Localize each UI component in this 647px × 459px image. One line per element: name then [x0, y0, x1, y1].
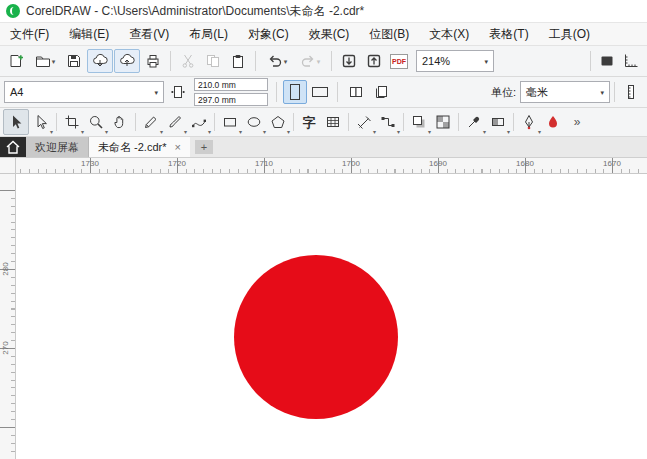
pan-tool[interactable] — [108, 110, 132, 134]
new-document-button[interactable] — [4, 49, 28, 73]
open-button[interactable]: ▾ — [29, 49, 61, 73]
color-eyedropper-tool[interactable]: ▾ — [462, 110, 486, 134]
table-tool[interactable] — [321, 110, 345, 134]
menu-file[interactable]: 文件(F) — [0, 23, 59, 45]
chevron-down-icon: ▾ — [317, 58, 321, 65]
window-title: CorelDRAW - C:\Users\Administrator\Docum… — [26, 3, 364, 20]
more-chevron-icon: » — [574, 115, 581, 129]
toolbar-separator — [337, 82, 338, 102]
b-spline-tool[interactable]: ▾ — [187, 110, 211, 134]
ruler-label: 1720 — [168, 159, 186, 168]
export-button[interactable] — [362, 49, 386, 73]
tab-welcome-label: 欢迎屏幕 — [35, 140, 79, 155]
interactive-fill-tool[interactable]: ▾ — [486, 110, 510, 134]
toolbox-separator — [348, 113, 349, 131]
landscape-icon — [312, 87, 328, 97]
toolbox-separator — [56, 113, 57, 131]
more-tools-button[interactable]: » — [565, 110, 589, 134]
units-select[interactable]: 毫米▾ — [520, 81, 610, 103]
drop-shadow-tool[interactable]: ▾ — [407, 110, 431, 134]
drawing-canvas[interactable] — [16, 174, 647, 459]
zoom-level-select[interactable]: 214%▾ — [416, 50, 494, 72]
fill-color-tool[interactable] — [541, 110, 565, 134]
text-tool[interactable]: 字 — [297, 110, 321, 134]
menu-object[interactable]: 对象(C) — [238, 23, 299, 45]
tab-document[interactable]: 未命名 -2.cdr*× — [89, 137, 190, 157]
standard-toolbar: ▾ ▾ ▾ PDF 214%▾ — [0, 46, 647, 77]
open-from-cloud-button[interactable] — [87, 49, 113, 73]
publish-pdf-button[interactable]: PDF — [387, 49, 411, 73]
undo-button[interactable]: ▾ — [261, 49, 293, 73]
save-to-cloud-button[interactable] — [114, 49, 140, 73]
chevron-down-icon: ▾ — [287, 129, 290, 135]
page-size-value: A4 — [10, 86, 23, 98]
ruler-label: 1690 — [429, 159, 447, 168]
portrait-button[interactable] — [283, 80, 307, 104]
connector-tool[interactable]: ▾ — [376, 110, 400, 134]
menu-table[interactable]: 表格(T) — [479, 23, 538, 45]
page-area — [16, 174, 647, 459]
close-tab-icon[interactable]: × — [174, 142, 180, 153]
polygon-tool[interactable]: ▾ — [266, 110, 290, 134]
nudge-settings-icon[interactable] — [619, 80, 643, 104]
current-page-button[interactable] — [370, 80, 394, 104]
toolbox-separator — [135, 113, 136, 131]
toolbox-separator — [513, 113, 514, 131]
artistic-media-tool[interactable]: ▾ — [163, 110, 187, 134]
freehand-tool[interactable]: ▾ — [139, 110, 163, 134]
all-pages-button[interactable] — [344, 80, 368, 104]
paste-button[interactable] — [226, 49, 250, 73]
menu-bar: 文件(F) 编辑(E) 查看(V) 布局(L) 对象(C) 效果(C) 位图(B… — [0, 23, 647, 46]
chevron-down-icon: ▾ — [208, 129, 211, 135]
crop-tool[interactable]: ▾ — [60, 110, 84, 134]
red-circle-shape[interactable] — [234, 255, 398, 419]
workspace: 280 270 — [0, 174, 647, 459]
landscape-button[interactable] — [309, 81, 331, 103]
toolbox-separator — [458, 113, 459, 131]
menu-layout[interactable]: 布局(L) — [179, 23, 238, 45]
home-tab[interactable] — [0, 137, 26, 157]
outline-pen-tool[interactable]: ▾ — [517, 110, 541, 134]
units-label: 单位: — [491, 85, 516, 100]
tab-welcome-screen[interactable]: 欢迎屏幕 — [26, 137, 89, 157]
coreldraw-logo-icon — [6, 4, 20, 18]
page-height-input[interactable] — [194, 93, 268, 106]
menu-tools[interactable]: 工具(O) — [539, 23, 600, 45]
parallel-dimension-tool[interactable]: ▾ — [352, 110, 376, 134]
ruler-bar: 1730 1720 1710 1700 1690 1680 1670 — [0, 158, 647, 174]
pick-tool[interactable] — [3, 109, 29, 135]
toolbox-separator — [293, 113, 294, 131]
toolbox-separator — [214, 113, 215, 131]
toolbar-separator — [590, 51, 591, 71]
portrait-icon — [290, 84, 300, 100]
ruler-origin-button[interactable] — [0, 158, 16, 173]
save-button[interactable] — [62, 49, 86, 73]
fullscreen-preview-button[interactable] — [595, 49, 619, 73]
transparency-tool[interactable] — [431, 110, 455, 134]
ruler-label: 280 — [1, 260, 11, 278]
show-rulers-button[interactable] — [619, 49, 643, 73]
document-tab-bar: 欢迎屏幕 未命名 -2.cdr*× + — [0, 137, 647, 158]
menu-text[interactable]: 文本(X) — [419, 23, 479, 45]
import-button[interactable] — [337, 49, 361, 73]
page-width-input[interactable] — [194, 78, 268, 91]
ruler-label: 1710 — [255, 159, 273, 168]
ellipse-tool[interactable]: ▾ — [242, 110, 266, 134]
new-tab-button[interactable]: + — [195, 140, 213, 154]
rectangle-tool[interactable]: ▾ — [218, 110, 242, 134]
page-size-select[interactable]: A4▾ — [4, 81, 164, 103]
print-button[interactable] — [141, 49, 165, 73]
units-value: 毫米 — [526, 85, 548, 100]
horizontal-ruler[interactable]: 1730 1720 1710 1700 1690 1680 1670 — [0, 158, 647, 173]
ruler-label: 270 — [1, 339, 11, 357]
zoom-tool[interactable]: ▾ — [84, 110, 108, 134]
menu-bitmaps[interactable]: 位图(B) — [359, 23, 419, 45]
menu-view[interactable]: 查看(V) — [119, 23, 179, 45]
ruler-label: 1680 — [516, 159, 534, 168]
menu-effects[interactable]: 效果(C) — [299, 23, 360, 45]
chevron-down-icon: ▾ — [284, 58, 288, 65]
freehand-pick-tool[interactable]: ▾ — [29, 110, 53, 134]
menu-edit[interactable]: 编辑(E) — [59, 23, 119, 45]
vertical-ruler[interactable]: 280 270 — [0, 174, 16, 459]
copy-button — [201, 49, 225, 73]
